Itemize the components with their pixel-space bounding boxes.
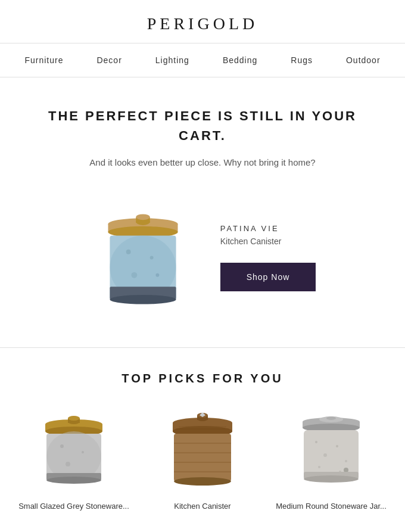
svg-point-11	[155, 273, 159, 276]
pick-image-1	[26, 405, 122, 491]
nav: Furniture Decor Lighting Bedding Rugs Ou…	[0, 43, 405, 77]
svg-point-53	[318, 466, 320, 468]
svg-point-20	[68, 416, 80, 421]
pick-image-2	[155, 405, 250, 491]
hero-title: THE PERFECT PIECE IS STILL IN YOUR CART.	[24, 106, 381, 145]
svg-point-8	[126, 249, 130, 254]
nav-item-rugs[interactable]: Rugs	[274, 43, 329, 77]
svg-point-47	[326, 416, 336, 420]
pick-item-1: Small Glazed Grey Stoneware... Shop Now	[14, 405, 133, 532]
svg-point-49	[315, 441, 317, 443]
svg-point-57	[304, 475, 359, 483]
hero-shop-now-button[interactable]: Shop Now	[220, 263, 316, 291]
pick-item-2: Kitchen Canister Shop Now	[143, 405, 262, 532]
product-image	[89, 195, 197, 320]
svg-point-27	[46, 477, 101, 484]
svg-point-24	[82, 451, 84, 453]
svg-point-25	[66, 462, 70, 466]
picks-grid: Small Glazed Grey Stoneware... Shop Now	[14, 405, 391, 532]
nav-item-bedding[interactable]: Bedding	[206, 43, 274, 77]
pick-image-3	[284, 405, 379, 491]
svg-point-14	[110, 294, 176, 304]
nav-item-decor[interactable]: Decor	[80, 43, 138, 77]
svg-point-10	[131, 272, 137, 278]
svg-point-50	[336, 445, 338, 447]
product-name: Kitchen Canister	[220, 237, 316, 246]
svg-point-5	[136, 214, 149, 220]
hero-subtitle: And it looks even better up close. Why n…	[24, 157, 381, 167]
nav-item-outdoor[interactable]: Outdoor	[329, 43, 397, 77]
svg-point-42	[174, 477, 231, 486]
nav-item-lighting[interactable]: Lighting	[139, 43, 206, 77]
pick-item-3: Medium Round Stoneware Jar... Shop Now	[272, 405, 391, 532]
svg-rect-48	[304, 430, 359, 479]
logo: PERIGOLD	[0, 14, 405, 33]
product-brand: PATINA VIE	[220, 224, 316, 233]
pick-title-1: Small Glazed Grey Stoneware...	[18, 500, 129, 524]
svg-point-51	[323, 453, 327, 457]
product-info: PATINA VIE Kitchen Canister Shop Now	[220, 224, 316, 291]
svg-point-55	[344, 468, 348, 472]
product-feature: PATINA VIE Kitchen Canister Shop Now	[24, 189, 381, 326]
top-picks-section: TOP PICKS FOR YOU	[0, 348, 405, 532]
pick-title-2: Kitchen Canister	[174, 500, 230, 524]
svg-point-9	[149, 256, 153, 259]
svg-rect-37	[174, 434, 231, 481]
header: PERIGOLD	[0, 0, 405, 43]
nav-item-furniture[interactable]: Furniture	[8, 43, 80, 77]
svg-point-52	[345, 460, 347, 462]
hero-section: THE PERFECT PIECE IS STILL IN YOUR CART.…	[0, 77, 405, 348]
top-picks-title: TOP PICKS FOR YOU	[14, 372, 391, 385]
pick-title-3: Medium Round Stoneware Jar...	[276, 500, 387, 524]
svg-point-23	[60, 444, 64, 448]
